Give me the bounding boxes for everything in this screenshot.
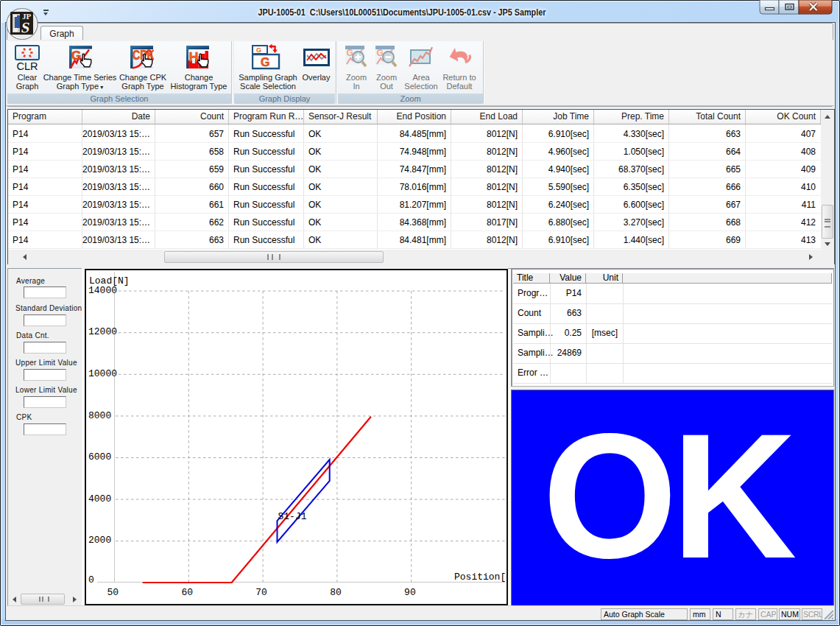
svg-text:Position[: Position[	[454, 572, 506, 583]
svg-text:90: 90	[404, 587, 416, 598]
svg-text:G: G	[71, 49, 81, 63]
svg-text:8000: 8000	[88, 410, 111, 421]
svg-text:80: 80	[330, 587, 342, 598]
svg-text:CLR: CLR	[16, 60, 38, 71]
svg-text:0: 0	[88, 574, 94, 585]
svg-text:H: H	[189, 50, 199, 65]
svg-text:6000: 6000	[88, 451, 111, 463]
svg-text:14000: 14000	[88, 285, 117, 296]
svg-text:12000: 12000	[88, 326, 117, 337]
svg-text:60: 60	[181, 587, 193, 598]
svg-text:70: 70	[255, 587, 267, 598]
svg-text:50: 50	[107, 587, 119, 598]
svg-text:G: G	[256, 46, 261, 54]
svg-text:2000: 2000	[88, 535, 111, 546]
svg-text:S1-J1: S1-J1	[278, 511, 307, 522]
svg-text:G: G	[261, 56, 269, 68]
svg-text:4000: 4000	[88, 493, 111, 504]
svg-text:10000: 10000	[88, 368, 117, 379]
